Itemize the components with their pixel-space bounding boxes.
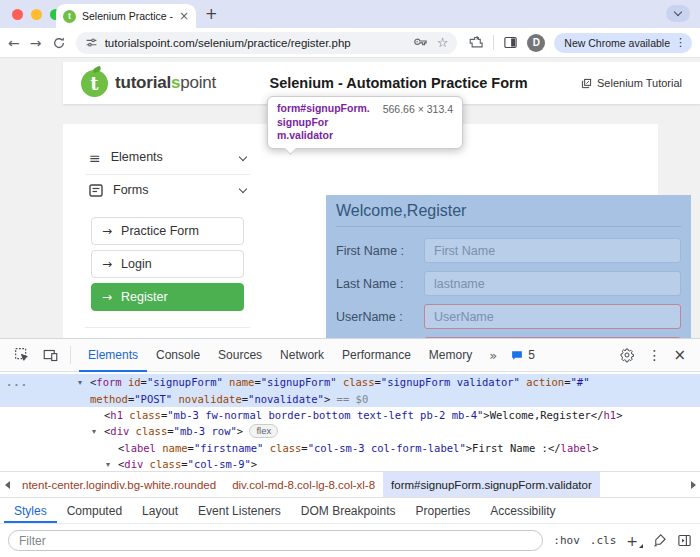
selenium-tutorial-label: Selenium Tutorial	[597, 77, 682, 89]
breadcrumb-item[interactable]: ntent-center.logindiv.bg-white.rounded	[14, 472, 224, 497]
code-token: "col-sm-9"	[188, 458, 251, 470]
more-panels-icon[interactable]: »	[485, 348, 501, 363]
devtools-panel: ElementsConsoleSourcesNetworkPerformance…	[0, 338, 700, 557]
code-line[interactable]: <h1 class="mb-3 fw-normal border-bottom …	[0, 407, 700, 423]
styles-tab-bar: StylesComputedLayoutEvent ListenersDOM B…	[0, 497, 700, 523]
styles-tab-layout[interactable]: Layout	[132, 498, 188, 523]
chevron-down-icon	[674, 8, 682, 16]
expand-arrow-icon[interactable]: ▾	[92, 424, 104, 440]
styles-tab-computed[interactable]: Computed	[57, 498, 132, 523]
reload-button[interactable]	[51, 35, 65, 51]
browser-menu-icon[interactable]: ⋮	[675, 36, 686, 49]
code-token: div	[124, 458, 143, 470]
sidebar-item-elements[interactable]: ≡ Elements	[85, 142, 250, 175]
toggle-sidebar-icon[interactable]	[677, 533, 692, 548]
breadcrumb-scroll-left[interactable]	[0, 472, 14, 497]
code-line[interactable]: <label name="firstname" class="col-sm-3 …	[0, 440, 700, 456]
code-token: flex	[249, 424, 278, 438]
side-panel-icon[interactable]	[503, 35, 518, 50]
inspect-element-button[interactable]	[10, 343, 34, 367]
devtools-tab-sources[interactable]: Sources	[209, 339, 271, 372]
sidebar-link-login[interactable]: →Login	[91, 250, 244, 278]
browser-window: t Selenium Practice - Register × + ← → t…	[0, 0, 700, 557]
sidebar-link-register[interactable]: →Register	[91, 283, 244, 311]
styles-tab-accessibility[interactable]: Accessibility	[480, 498, 565, 523]
devtools-tab-console[interactable]: Console	[147, 339, 209, 372]
username-field[interactable]	[424, 304, 681, 329]
forward-button[interactable]: →	[30, 35, 42, 51]
chevron-down-icon	[239, 152, 247, 160]
code-token: div	[110, 425, 129, 437]
form-icon	[89, 184, 103, 197]
styles-tab-properties[interactable]: Properties	[406, 498, 481, 523]
elements-label: Elements	[111, 150, 163, 166]
close-window-button[interactable]	[12, 9, 23, 20]
sidebar-item-forms[interactable]: Forms	[85, 175, 250, 207]
devtools-tab-elements[interactable]: Elements	[79, 339, 147, 372]
browser-tab[interactable]: t Selenium Practice - Register ×	[56, 4, 196, 28]
new-style-rule-button[interactable]: +	[626, 533, 642, 549]
expand-arrow-icon[interactable]: ▾	[106, 457, 118, 471]
first-name-field[interactable]	[424, 238, 681, 263]
rendering-brush-icon[interactable]	[652, 533, 667, 548]
sidebar-link-practice-form[interactable]: →Practice Form	[91, 217, 244, 245]
bookmark-star-icon[interactable]: ☆	[437, 35, 449, 50]
site-settings-icon[interactable]	[85, 36, 98, 49]
extensions-icon[interactable]	[469, 35, 484, 50]
breadcrumb-item[interactable]: div.col-md-8.col-lg-8.col-xl-8	[224, 472, 383, 497]
lastname-field[interactable]	[424, 271, 681, 296]
devtools-close-icon[interactable]: ×	[673, 346, 686, 364]
selenium-tutorial-link[interactable]: Selenium Tutorial	[581, 77, 682, 89]
back-button[interactable]: ←	[8, 35, 20, 51]
tab-close-icon[interactable]: ×	[179, 9, 189, 23]
hamburger-icon: ≡	[89, 150, 101, 166]
tutorialspoint-logo[interactable]: t tutorialspoint	[81, 70, 216, 97]
sidebar-item-alerts[interactable]: Alerts, Frames & Windows	[85, 327, 250, 338]
styles-tab-styles[interactable]: Styles	[4, 498, 57, 523]
devtools-tab-memory[interactable]: Memory	[420, 339, 481, 372]
tutorialspoint-logo-icon: t	[81, 70, 108, 97]
code-line[interactable]: method="POST" novalidate="novalidate"> =…	[0, 391, 700, 407]
styles-tab-event-listeners[interactable]: Event Listeners	[188, 498, 291, 523]
tab-strip: t Selenium Practice - Register × +	[0, 0, 700, 28]
toolbar-actions: D New Chrome available ⋮	[469, 33, 692, 53]
address-bar[interactable]: tutorialspoint.com/selenium/practice/reg…	[76, 32, 458, 54]
window-controls[interactable]	[12, 9, 61, 20]
devtools-actions: ⋮ ×	[619, 346, 690, 364]
password-key-icon[interactable]	[413, 35, 428, 50]
new-tab-button[interactable]: +	[205, 5, 218, 23]
field-label: UserName :	[336, 310, 424, 324]
field-label: First Name :	[336, 244, 424, 258]
tab-search-button[interactable]	[666, 5, 690, 22]
expand-arrow-icon[interactable]: ▾	[78, 375, 90, 391]
toggle-hover-state-button[interactable]: :hov	[553, 534, 580, 547]
code-token: class	[143, 458, 181, 470]
toggle-class-button[interactable]: .cls	[590, 534, 617, 547]
styles-tab-dom-breakpoints[interactable]: DOM Breakpoints	[291, 498, 406, 523]
code-line[interactable]: ▾<div class="mb-3 row"> flex	[0, 423, 700, 440]
sidebar-link-label: Login	[121, 257, 152, 271]
breadcrumb-item[interactable]: form#signupForm.signupForm.validator	[383, 472, 600, 497]
reload-icon	[52, 36, 66, 50]
browser-toolbar: ← → tutorialspoint.com/selenium/practice…	[0, 28, 700, 58]
tab-title: Selenium Practice - Register	[82, 10, 173, 22]
device-toolbar-button[interactable]	[38, 343, 62, 367]
code-line[interactable]: ▾<div class="col-sm-9">	[0, 456, 700, 471]
devtools-tab-network[interactable]: Network	[271, 339, 333, 372]
code-line[interactable]: ...▾<form id="signupForm" name="signupFo…	[0, 374, 700, 391]
chrome-update-chip[interactable]: New Chrome available ⋮	[554, 33, 692, 53]
issues-counter[interactable]: 5	[505, 348, 540, 362]
code-token: class	[337, 376, 375, 388]
minimize-window-button[interactable]	[31, 9, 42, 20]
devtools-tab-performance[interactable]: Performance	[333, 339, 420, 372]
settings-gear-icon[interactable]	[619, 347, 635, 363]
url-text[interactable]: tutorialspoint.com/selenium/practice/reg…	[105, 37, 406, 49]
form-heading: Welcome,Register	[336, 202, 681, 227]
breadcrumb-scroll-right[interactable]	[686, 472, 700, 497]
breadcrumb-spacer	[600, 472, 686, 497]
profile-avatar[interactable]: D	[527, 34, 545, 52]
styles-filter-input[interactable]	[8, 530, 543, 551]
line-options-icon[interactable]: ...	[6, 374, 28, 390]
devtools-menu-icon[interactable]: ⋮	[647, 347, 661, 363]
code-token: h1	[110, 409, 123, 421]
